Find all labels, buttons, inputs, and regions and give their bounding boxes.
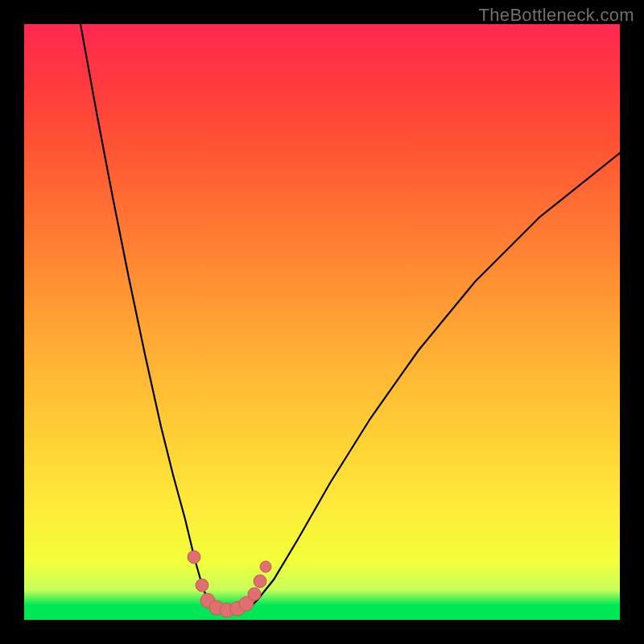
- curve-layer: [24, 24, 620, 620]
- curve-marker: [248, 588, 261, 601]
- plot-area: [24, 24, 620, 620]
- curve-marker: [188, 551, 200, 564]
- outer-frame: TheBottleneck.com: [0, 0, 644, 644]
- watermark-text: TheBottleneck.com: [479, 5, 634, 26]
- bottleneck-curve: [80, 24, 620, 612]
- curve-marker: [260, 561, 271, 572]
- marker-group: [188, 551, 271, 617]
- curve-marker: [196, 579, 208, 592]
- curve-marker: [254, 575, 266, 588]
